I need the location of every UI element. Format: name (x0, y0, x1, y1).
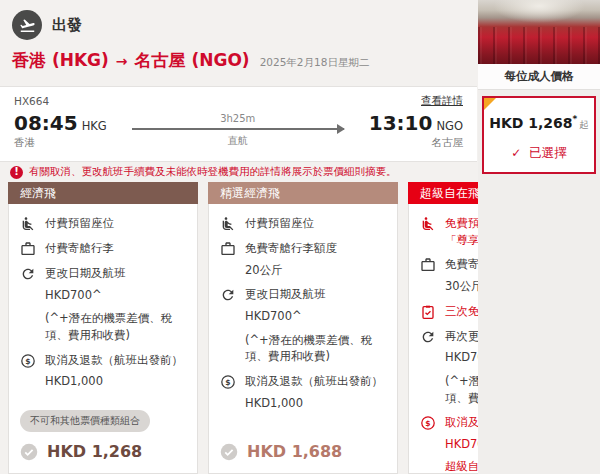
alert-icon: ! (10, 166, 23, 179)
flight-arrow-icon (132, 128, 344, 130)
fare-feature: 付費寄艙行李 (20, 240, 188, 257)
baggage-icon (20, 240, 37, 257)
feature-note: (^+潛在的機票差價、稅項、費用和收費) (45, 310, 188, 343)
refund-icon: $ (420, 414, 437, 474)
price-panel-title: 每位成人價格 (478, 64, 600, 90)
baggage-icon (420, 256, 437, 294)
check-circle-icon (20, 443, 38, 461)
departure-header: 出發 香港 (HKG) → 名古屋 (NGO) 2025年2月18日星期二 (0, 0, 478, 72)
feature-value: 20公斤 (245, 262, 337, 279)
feature-value: HKD1,000 (245, 395, 383, 412)
flight-stops: 直航 (228, 134, 248, 148)
notice-text: 有關取消、更改航班手續費及未能依時登機費用的詳情將展示於票價細則摘要。 (29, 165, 397, 179)
svg-text:$: $ (225, 378, 230, 387)
flight-date: 2025年2月18日星期二 (260, 56, 370, 70)
fare-badge: 不可和其他票價種類組合 (20, 410, 150, 432)
selected-price: HKD 1,268 (489, 115, 572, 131)
feature-label: 付費預留座位 (245, 215, 314, 232)
price-panel: 每位成人價格 HKD 1,268*起 ✓ 已選擇 (478, 0, 600, 474)
flexi-change-icon (420, 303, 437, 320)
flight-number: HX664 (14, 95, 49, 107)
fare-column-1: 經濟飛付費預留座位付費寄艙行李更改日期及航班HKD700^(^+潛在的機票差價、… (8, 182, 198, 474)
refund-icon: $ (220, 373, 237, 411)
fare-feature: 更改日期及航班HKD700^(^+潛在的機票差價、稅項、費用和收費) (220, 286, 388, 365)
change-icon (220, 286, 237, 365)
section-title: 出發 (52, 16, 82, 35)
refund-icon: $ (20, 352, 37, 390)
fare-feature: $取消及退款（航班出發前）HKD1,000 (20, 352, 188, 390)
arrival-city: 名古屋 (369, 136, 463, 150)
corner-ribbon-icon (484, 98, 496, 110)
departure-block: 08:45HKG 香港 (14, 111, 107, 150)
feature-label: 取消及退款（航班出發前） (245, 373, 383, 390)
check-circle-icon (220, 443, 238, 461)
feature-label: 更改日期及航班 (45, 265, 188, 282)
fare-price: HKD 1,268 (47, 442, 142, 461)
fare-feature: 付費預留座位 (20, 215, 188, 232)
feature-label: 免費寄艙行李額度 (245, 240, 337, 257)
cabin-photo (478, 0, 600, 64)
fare-price-option[interactable]: HKD 1,688 (220, 442, 388, 461)
flight-card: HX664 查看詳情 08:45HKG 香港 3h25m 直航 13:10NGO… (0, 86, 477, 162)
fare-feature: $取消及退款（航班出發前）HKD1,000 (220, 373, 388, 411)
selected-label: 已選擇 (529, 145, 567, 162)
svg-text:$: $ (25, 356, 30, 365)
baggage-icon (220, 240, 237, 278)
fare-name: 精選經濟飛 (208, 182, 398, 204)
fare-price: HKD 1,688 (247, 442, 342, 461)
departure-city: 香港 (14, 136, 107, 150)
fare-body: 付費預留座位付費寄艙行李更改日期及航班HKD700^(^+潛在的機票差價、稅項、… (8, 204, 198, 474)
seat-icon (20, 215, 37, 232)
feature-label: 付費預留座位 (45, 215, 114, 232)
change-icon (420, 328, 437, 407)
price-asterisk: * (573, 114, 578, 124)
fare-feature: 免費寄艙行李額度20公斤 (220, 240, 388, 278)
arrival-code: NGO (436, 119, 463, 133)
feature-value: HKD1,000 (45, 373, 183, 390)
feature-label: 付費寄艙行李 (45, 240, 114, 257)
fare-body: 付費預留座位免費寄艙行李額度20公斤更改日期及航班HKD700^(^+潛在的機票… (208, 204, 398, 474)
arrival-block: 13:10NGO 名古屋 (369, 111, 463, 150)
departure-code: HKG (82, 119, 107, 133)
fare-column-2: 精選經濟飛付費預留座位免費寄艙行李額度20公斤更改日期及航班HKD700^(^+… (208, 182, 398, 474)
arrival-time: 13:10 (369, 111, 433, 135)
feature-value: HKD700^ (45, 287, 188, 304)
fee-notice: ! 有關取消、更改航班手續費及未能依時登機費用的詳情將展示於票價細則摘要。 (10, 165, 397, 179)
price-suffix: 起 (579, 119, 589, 130)
change-icon (20, 265, 37, 344)
feature-label: 取消及退款（航班出發前） (45, 352, 183, 369)
route-line: 香港 (HKG) → 名古屋 (NGO) 2025年2月18日星期二 (12, 49, 466, 72)
seat-icon (420, 215, 437, 248)
feature-value: HKD700^ (245, 308, 388, 325)
flight-duration: 3h25m (220, 113, 255, 124)
svg-text:$: $ (425, 419, 430, 428)
fare-feature: 更改日期及航班HKD700^(^+潛在的機票差價、稅項、費用和收費) (20, 265, 188, 344)
destination-city: 名古屋 (NGO) (135, 49, 250, 72)
seat-icon (220, 215, 237, 232)
flight-takeoff-icon (12, 10, 42, 40)
fare-name: 經濟飛 (8, 182, 198, 204)
fare-selection-page: 出發 香港 (HKG) → 名古屋 (NGO) 2025年2月18日星期二 HX… (0, 0, 600, 474)
view-details-link[interactable]: 查看詳情 (421, 94, 463, 108)
feature-label: 更改日期及航班 (245, 286, 388, 303)
departure-time: 08:45 (14, 111, 78, 135)
fare-feature: 付費預留座位 (220, 215, 388, 232)
feature-note: (^+潛在的機票差價、稅項、費用和收費) (245, 332, 388, 365)
selected-fare-box[interactable]: HKD 1,268*起 ✓ 已選擇 (482, 96, 596, 174)
fare-price-option[interactable]: HKD 1,268 (20, 442, 188, 461)
origin-city: 香港 (HKG) (12, 49, 109, 72)
route-arrow-icon: → (116, 53, 128, 69)
flight-path: 3h25m 直航 (123, 113, 353, 148)
selected-check-icon: ✓ (511, 146, 521, 160)
